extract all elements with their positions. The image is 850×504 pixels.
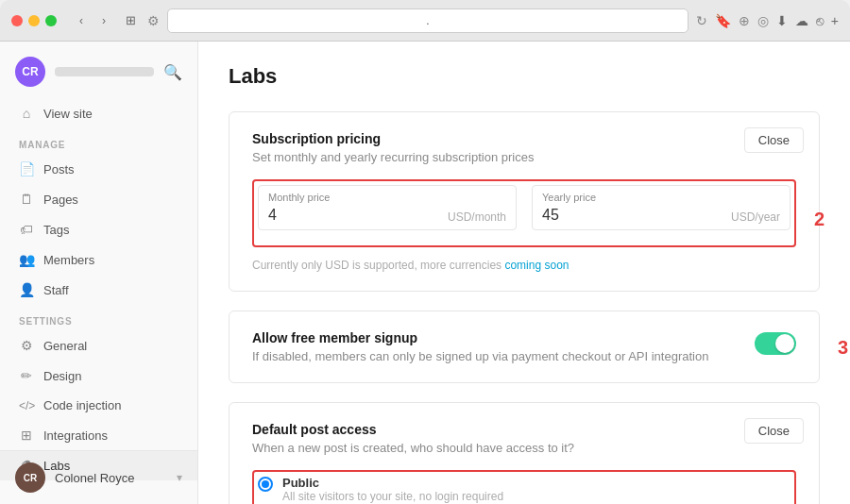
pages-icon: 🗒	[19, 192, 34, 207]
radio-dot-public	[262, 480, 269, 488]
sidebar-item-pages[interactable]: 🗒 Pages	[0, 184, 197, 214]
settings-icon: ⚙	[147, 13, 160, 28]
staff-icon: 👤	[19, 282, 34, 297]
subscription-section: Subscription pricing Set monthly and yea…	[229, 111, 820, 292]
plus-icon[interactable]: +	[831, 13, 839, 28]
pricing-note: Currently only USD is supported, more cu…	[252, 259, 796, 272]
public-label: Public	[282, 476, 503, 490]
sidebar-item-general[interactable]: ⚙ General	[0, 330, 197, 361]
cloud-icon[interactable]: ☁	[795, 13, 808, 28]
monthly-value[interactable]: 4	[259, 205, 448, 229]
main-content: Labs Subscription pricing Set monthly an…	[198, 42, 850, 504]
default-access-section: Default post access When a new post is c…	[229, 402, 820, 504]
address-bar[interactable]: .	[167, 8, 688, 33]
home-icon: ⌂	[19, 106, 34, 121]
extension-icon-1[interactable]: ⊕	[739, 13, 750, 28]
monthly-unit: USD/month	[448, 210, 516, 224]
free-signup-content: Allow free member signup If disabled, me…	[252, 330, 755, 363]
settings-section-label: SETTINGS	[0, 305, 197, 330]
default-access-wrapper: Default post access When a new post is c…	[229, 402, 820, 504]
sidebar-item-design[interactable]: ✏ Design	[0, 361, 197, 391]
toolbar-icons: ⬇ ☁ ⎋ +	[776, 13, 839, 28]
extension-icon-2[interactable]: ◎	[757, 13, 769, 28]
sidebar-item-tags[interactable]: 🏷 Tags	[0, 214, 197, 244]
free-signup-toggle[interactable]	[755, 332, 796, 355]
sidebar-item-code-injection[interactable]: </> Code injection	[0, 391, 197, 420]
forward-button[interactable]: ›	[94, 11, 113, 30]
download-icon[interactable]: ⬇	[776, 13, 788, 28]
back-button[interactable]: ‹	[72, 11, 91, 30]
default-access-close-button[interactable]: Close	[744, 418, 804, 444]
yearly-label: Yearly price	[533, 186, 790, 205]
yearly-unit: USD/year	[731, 210, 790, 224]
refresh-icon[interactable]: ↻	[696, 13, 707, 28]
page-title: Labs	[229, 64, 820, 89]
address-bar-wrapper: ⚙ . ↻ 🔖 ⊕ ◎	[147, 8, 769, 33]
sidebar-item-staff[interactable]: 👤 Staff	[0, 275, 197, 305]
fullscreen-traffic-light[interactable]	[45, 15, 57, 26]
radio-option-public[interactable]: Public All site visitors to your site, n…	[258, 476, 790, 503]
user-avatar-initials: CR	[24, 473, 37, 483]
toggle-knob	[775, 334, 794, 353]
search-icon[interactable]: 🔍	[163, 63, 182, 81]
site-name	[55, 67, 154, 76]
posts-icon: 📄	[19, 161, 34, 176]
sidebar-item-label: Tags	[43, 223, 69, 237]
chevron-down-icon: ▾	[177, 471, 182, 484]
coming-soon-link[interactable]: coming soon	[504, 259, 569, 272]
radio-circle-public	[258, 477, 273, 492]
radio-label-public: Public All site visitors to your site, n…	[282, 476, 503, 503]
subscription-desc: Set monthly and yearly recurring subscri…	[252, 150, 796, 164]
sidebar-item-label: Pages	[43, 193, 78, 207]
manage-section-label: MANAGE	[0, 128, 197, 154]
annotation-3: 3	[838, 336, 848, 358]
default-access-desc: When a new post is created, who should h…	[252, 441, 796, 455]
sidebar: CR 🔍 ⌂ View site MANAGE 📄 Posts 🗒 Pages …	[0, 42, 198, 504]
sidebar-item-integrations[interactable]: ⊞ Integrations	[0, 420, 197, 450]
default-access-title: Default post access	[252, 422, 796, 437]
close-traffic-light[interactable]	[11, 15, 23, 26]
sidebar-item-label: Design	[43, 369, 81, 383]
traffic-lights	[11, 15, 57, 26]
monthly-price-field[interactable]: Monthly price 4 USD/month	[258, 185, 517, 230]
code-icon: </>	[19, 399, 34, 412]
pricing-note-text: Currently only USD is supported, more cu…	[252, 259, 504, 272]
window-icon: ⊞	[121, 13, 140, 27]
public-desc: All site visitors to your site, no login…	[282, 490, 503, 503]
sidebar-item-view-site[interactable]: ⌂ View site	[0, 98, 197, 128]
nav-buttons: ‹ ›	[72, 11, 113, 30]
integrations-icon: ⊞	[19, 428, 34, 443]
app-container: CR 🔍 ⌂ View site MANAGE 📄 Posts 🗒 Pages …	[0, 42, 850, 504]
monthly-label: Monthly price	[259, 186, 516, 205]
sidebar-item-label: Posts	[43, 162, 75, 176]
sidebar-item-label: Code injection	[43, 398, 121, 412]
radio-group: Public All site visitors to your site, n…	[258, 476, 790, 504]
sidebar-user[interactable]: CR Colonel Royce ▾	[0, 450, 197, 504]
sidebar-item-posts[interactable]: 📄 Posts	[0, 154, 197, 184]
subscription-close-button[interactable]: Close	[744, 127, 804, 153]
free-signup-title: Allow free member signup	[252, 330, 755, 345]
annotation-2: 2	[814, 209, 824, 230]
free-signup-wrapper: Allow free member signup If disabled, me…	[229, 311, 820, 383]
yearly-price-field[interactable]: Yearly price 45 USD/year	[532, 185, 790, 230]
pricing-row: Monthly price 4 USD/month Yearly price 4…	[258, 185, 790, 230]
pricing-fields-box: Monthly price 4 USD/month Yearly price 4…	[252, 179, 796, 247]
sidebar-item-label: View site	[43, 107, 93, 121]
sidebar-header: CR 🔍	[0, 57, 197, 98]
sidebar-item-label: Members	[43, 253, 94, 267]
sidebar-item-label: Integrations	[43, 428, 108, 443]
bookmark-icon[interactable]: 🔖	[715, 13, 731, 28]
minimize-traffic-light[interactable]	[28, 15, 40, 26]
free-signup-section: Allow free member signup If disabled, me…	[229, 311, 820, 383]
share-icon[interactable]: ⎋	[816, 13, 824, 28]
sidebar-item-members[interactable]: 👥 Members	[0, 244, 197, 275]
yearly-value[interactable]: 45	[533, 205, 731, 229]
user-avatar: CR	[15, 462, 45, 493]
yearly-input-row: 45 USD/year	[533, 205, 790, 229]
radio-options-box: Public All site visitors to your site, n…	[252, 470, 796, 504]
sidebar-item-label: Staff	[43, 283, 69, 297]
address-text: .	[426, 14, 429, 27]
sidebar-item-label: General	[43, 339, 87, 353]
avatar: CR	[15, 57, 45, 87]
free-signup-desc: If disabled, members can only be signed …	[252, 349, 755, 363]
